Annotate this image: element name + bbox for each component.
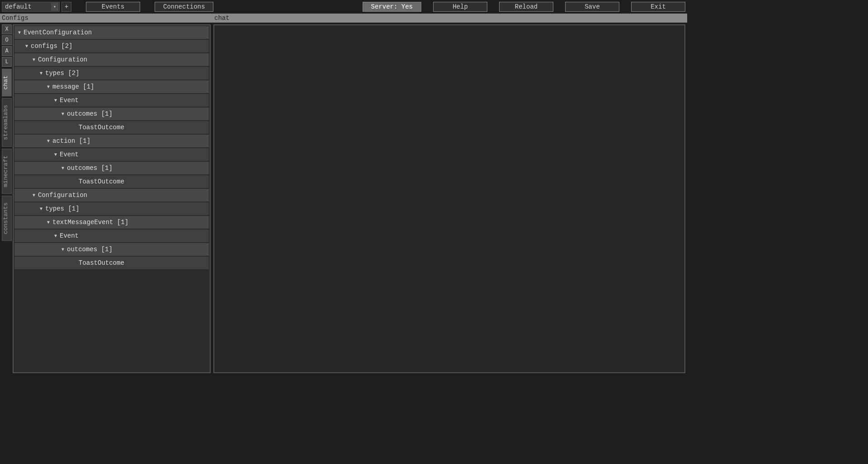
add-profile-button[interactable]: + xyxy=(61,2,71,12)
expand-arrow-icon[interactable]: ▼ xyxy=(47,84,50,89)
tree-node-label: ToastOutcome xyxy=(79,124,124,131)
server-toggle-button[interactable]: Server: Yes xyxy=(363,2,421,12)
connections-button[interactable]: Connections xyxy=(155,2,213,12)
profile-dropdown[interactable]: default ▾ xyxy=(2,2,60,12)
tree-node-label: Event xyxy=(60,232,79,239)
tree-node[interactable]: ▼Event xyxy=(14,148,209,161)
tree-node[interactable]: ▼outcomes [1] xyxy=(14,243,209,256)
tree-node-label: ToastOutcome xyxy=(79,259,124,267)
tree-node-label: EventConfiguration xyxy=(24,29,92,36)
tree-node[interactable]: ▼textMessageEvent [1] xyxy=(14,216,209,229)
tree-node[interactable]: ▼Configuration xyxy=(14,53,209,66)
tree-node-label: Event xyxy=(60,97,79,104)
tree-node-label: textMessageEvent [1] xyxy=(52,219,128,226)
expand-arrow-icon[interactable]: ▼ xyxy=(18,30,21,35)
top-toolbar: default ▾ + Events Connections Server: Y… xyxy=(0,0,687,14)
exit-button[interactable]: Exit xyxy=(631,2,685,12)
tree-node-label: outcomes [1] xyxy=(67,246,113,253)
tree-node-label: message [1] xyxy=(52,83,94,90)
tree-node[interactable]: ▼Event xyxy=(14,94,209,107)
side-tab-minecraft[interactable]: minecraft xyxy=(2,149,12,194)
help-button[interactable]: Help xyxy=(433,2,487,12)
side-letter-x[interactable]: X xyxy=(2,24,12,34)
expand-arrow-icon[interactable]: ▼ xyxy=(47,139,50,144)
tree-node[interactable]: ▼outcomes [1] xyxy=(14,162,209,174)
side-letter-o[interactable]: O xyxy=(2,35,12,45)
side-tab-constants[interactable]: constants xyxy=(2,196,12,241)
tree-node-label: Configuration xyxy=(38,56,87,63)
chat-panel-title: chat xyxy=(211,14,687,22)
tree-node-label: action [1] xyxy=(52,137,90,145)
tree-node[interactable]: ToastOutcome xyxy=(14,175,209,188)
tree-node-label: Configuration xyxy=(38,192,87,199)
tree-node[interactable]: ▼action [1] xyxy=(14,135,209,147)
tree-node[interactable]: ▼outcomes [1] xyxy=(14,108,209,120)
side-tab-streamlabs[interactable]: streamlabs xyxy=(2,98,12,147)
expand-arrow-icon[interactable]: ▼ xyxy=(47,220,50,225)
tree-node[interactable]: ToastOutcome xyxy=(14,257,209,269)
tree-node-label: Event xyxy=(60,151,79,158)
tree-node[interactable]: ▼configs [2] xyxy=(14,40,209,52)
tree-node[interactable]: ▼message [1] xyxy=(14,80,209,93)
tree-node[interactable]: ▼Configuration xyxy=(14,189,209,202)
tree-node[interactable]: ▼Event xyxy=(14,230,209,242)
left-column: XOALchatstreamlabsminecraftconstants ▼Ev… xyxy=(2,24,211,373)
tree-node-label: types [1] xyxy=(45,205,80,212)
tree-node[interactable]: ToastOutcome xyxy=(14,121,209,134)
tree-node-label: ToastOutcome xyxy=(79,178,124,185)
tree-node[interactable]: ▼types [1] xyxy=(14,202,209,215)
expand-arrow-icon[interactable]: ▼ xyxy=(25,44,28,49)
events-button[interactable]: Events xyxy=(86,2,140,12)
expand-arrow-icon[interactable]: ▼ xyxy=(54,152,57,157)
main-area: XOALchatstreamlabsminecraftconstants ▼Ev… xyxy=(0,23,687,375)
chat-panel[interactable] xyxy=(213,24,685,373)
expand-arrow-icon[interactable]: ▼ xyxy=(61,112,64,117)
side-letter-l[interactable]: L xyxy=(2,57,12,67)
expand-arrow-icon[interactable]: ▼ xyxy=(61,166,64,171)
save-button[interactable]: Save xyxy=(565,2,619,12)
dropdown-value: default xyxy=(5,3,32,10)
side-letter-a[interactable]: A xyxy=(2,46,12,56)
expand-arrow-icon[interactable]: ▼ xyxy=(33,193,35,198)
config-tree[interactable]: ▼EventConfiguration▼configs [2]▼Configur… xyxy=(13,24,211,373)
expand-arrow-icon[interactable]: ▼ xyxy=(40,71,42,76)
tree-node-label: types [2] xyxy=(45,70,80,77)
side-strip: XOALchatstreamlabsminecraftconstants xyxy=(2,24,12,373)
reload-button[interactable]: Reload xyxy=(499,2,553,12)
dropdown-arrow-icon: ▾ xyxy=(51,3,58,11)
configs-panel-title: Configs xyxy=(0,14,211,22)
expand-arrow-icon[interactable]: ▼ xyxy=(61,247,64,252)
tree-node-label: configs [2] xyxy=(31,42,72,50)
expand-arrow-icon[interactable]: ▼ xyxy=(40,206,42,211)
tree-node[interactable]: ▼types [2] xyxy=(14,67,209,80)
side-tab-chat[interactable]: chat xyxy=(2,69,12,96)
panel-header-bar: Configs chat xyxy=(0,14,687,23)
expand-arrow-icon[interactable]: ▼ xyxy=(54,234,57,239)
tree-node[interactable]: ▼EventConfiguration xyxy=(14,26,209,39)
tree-node-label: outcomes [1] xyxy=(67,164,113,172)
expand-arrow-icon[interactable]: ▼ xyxy=(33,57,35,62)
tree-node-label: outcomes [1] xyxy=(67,110,113,117)
expand-arrow-icon[interactable]: ▼ xyxy=(54,98,57,103)
